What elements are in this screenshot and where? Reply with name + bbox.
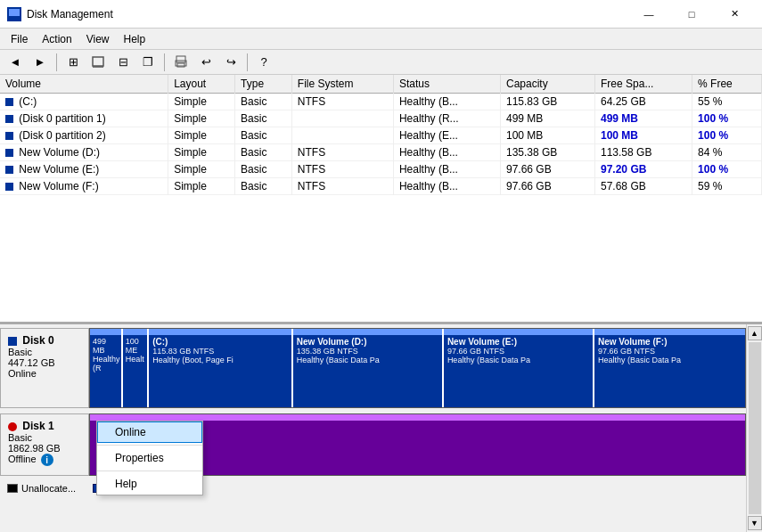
undo-button[interactable]: ↩ <box>194 53 217 72</box>
cell-filesystem: NTFS <box>291 144 393 161</box>
disk0-label: Disk 0 Basic 447.12 GB Online <box>0 328 89 408</box>
menu-help[interactable]: Help <box>117 31 153 47</box>
partd-topbar <box>293 329 442 335</box>
close-button[interactable]: ✕ <box>714 5 755 23</box>
cell-status: Healthy (B... <box>393 94 500 110</box>
title-bar-left: Disk Management <box>7 7 113 21</box>
show-button[interactable]: ⊞ <box>61 53 85 72</box>
vol-icon <box>5 166 13 174</box>
disk0-icon <box>8 337 17 346</box>
cell-filesystem: NTFS <box>291 178 393 195</box>
cell-pct: 100 % <box>692 110 762 127</box>
cell-filesystem: NTFS <box>291 94 393 110</box>
table-row[interactable]: New Volume (D:) Simple Basic NTFS Health… <box>0 144 762 161</box>
disk0-status: Online <box>8 368 81 379</box>
window-icon <box>7 7 21 21</box>
cell-free: 64.25 GB <box>595 94 692 110</box>
forward-button[interactable]: ► <box>29 53 52 72</box>
minimize-button[interactable]: — <box>628 5 669 23</box>
context-menu-help[interactable]: Help <box>97 473 202 495</box>
cell-layout: Simple <box>168 94 235 110</box>
menu-view[interactable]: View <box>79 31 117 47</box>
menu-file[interactable]: File <box>4 31 35 47</box>
context-menu-sep2 <box>97 471 202 471</box>
disk1-error-icon <box>8 422 17 431</box>
cell-volume: New Volume (D:) <box>0 144 168 161</box>
svg-rect-1 <box>9 17 20 20</box>
context-menu-sep <box>97 445 202 446</box>
disk0-part-f[interactable]: New Volume (F:) 97.66 GB NTFS Healthy (B… <box>594 329 745 407</box>
part1-topbar <box>90 329 121 335</box>
help-toolbar-button[interactable]: ? <box>252 53 275 72</box>
context-menu-properties[interactable]: Properties <box>97 447 202 469</box>
disk1-label: Disk 1 Basic 1862.98 GB Offline i <box>0 413 89 476</box>
cell-filesystem <box>291 127 393 144</box>
cell-capacity: 135.38 GB <box>500 144 594 161</box>
disk0-part-e[interactable]: New Volume (E:) 97.66 GB NTFS Healthy (B… <box>444 329 594 407</box>
disk1-type: Basic <box>8 432 81 443</box>
scrollbar: ▲ ▼ <box>746 324 762 532</box>
title-bar: Disk Management — □ ✕ <box>0 0 762 29</box>
remove-button[interactable]: ⊟ <box>111 53 135 72</box>
cell-status: Healthy (B... <box>393 178 500 195</box>
col-volume: Volume <box>0 75 168 94</box>
cell-free: 113.58 GB <box>595 144 692 161</box>
unalloc-swatch <box>7 484 18 493</box>
col-layout: Layout <box>168 75 235 94</box>
back-button[interactable]: ◄ <box>4 53 27 72</box>
cell-capacity: 100 MB <box>500 127 594 144</box>
vol-icon <box>5 115 13 123</box>
menu-action[interactable]: Action <box>35 31 78 47</box>
vol-icon <box>5 149 13 157</box>
disk0-part2[interactable]: 100 ME Healt <box>123 329 149 407</box>
table-row[interactable]: (C:) Simple Basic NTFS Healthy (B... 115… <box>0 94 762 110</box>
vol-icon <box>5 132 13 140</box>
disk1-size: 1862.98 GB <box>8 443 81 454</box>
context-menu-online[interactable]: Online <box>97 422 202 443</box>
unalloc-label-cell: Unallocate... <box>0 479 89 497</box>
table-row[interactable]: New Volume (E:) Simple Basic NTFS Health… <box>0 161 762 178</box>
scroll-up[interactable]: ▲ <box>748 326 762 340</box>
disk1-info-icon[interactable]: i <box>41 454 53 466</box>
title-bar-controls: — □ ✕ <box>628 5 755 23</box>
col-free: Free Spa... <box>595 75 692 94</box>
cell-capacity: 115.83 GB <box>500 94 594 110</box>
menu-bar: File Action View Help <box>0 29 762 50</box>
toolbar-sep-3 <box>247 53 248 71</box>
maximize-button[interactable]: □ <box>671 5 712 23</box>
disk0-size: 447.12 GB <box>8 357 81 368</box>
edit-button[interactable] <box>86 53 110 72</box>
svg-rect-0 <box>9 9 20 16</box>
disk0-part-c[interactable]: (C:) 115.83 GB NTFS Healthy (Boot, Page … <box>149 329 293 407</box>
cell-type: Basic <box>235 127 292 144</box>
print-button[interactable] <box>169 53 193 72</box>
scroll-down[interactable]: ▼ <box>748 516 762 530</box>
cell-status: Healthy (R... <box>393 110 500 127</box>
disk0-part1[interactable]: 499 MB Healthy (R <box>90 329 123 407</box>
disk1-part1-topbar <box>90 414 745 421</box>
disk0-name: Disk 0 <box>8 334 81 347</box>
scroll-thumb[interactable] <box>749 342 761 514</box>
toolbar-sep-2 <box>164 53 165 71</box>
table-row[interactable]: (Disk 0 partition 2) Simple Basic Health… <box>0 127 762 144</box>
cell-volume: New Volume (E:) <box>0 161 168 178</box>
col-type: Type <box>235 75 292 94</box>
cell-capacity: 97.66 GB <box>500 178 594 195</box>
redo-button[interactable]: ↪ <box>219 53 242 72</box>
table-row[interactable]: (Disk 0 partition 1) Simple Basic Health… <box>0 110 762 127</box>
volume-table: Volume Layout Type File System Status Ca… <box>0 75 762 195</box>
col-status: Status <box>393 75 500 94</box>
cell-pct: 100 % <box>692 127 762 144</box>
cell-capacity: 499 MB <box>500 110 594 127</box>
cell-pct: 59 % <box>692 178 762 195</box>
cell-status: Healthy (B... <box>393 144 500 161</box>
cell-free: 100 MB <box>595 127 692 144</box>
partc-topbar <box>149 329 291 335</box>
table-row[interactable]: New Volume (F:) Simple Basic NTFS Health… <box>0 178 762 195</box>
cell-free: 57.68 GB <box>595 178 692 195</box>
disk0-part-d[interactable]: New Volume (D:) 135.38 GB NTFS Healthy (… <box>293 329 444 407</box>
copy-button[interactable]: ❐ <box>136 53 160 72</box>
context-menu: Online Properties Help <box>96 421 203 495</box>
vol-icon <box>5 183 13 191</box>
cell-free: 499 MB <box>595 110 692 127</box>
